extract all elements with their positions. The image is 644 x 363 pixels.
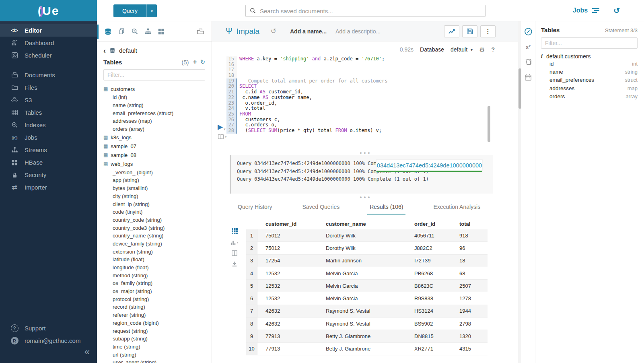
collapse-sidebar-button[interactable]: « xyxy=(84,346,90,357)
column-row[interactable]: name string xyxy=(541,68,638,76)
info-icon[interactable]: i xyxy=(541,53,543,60)
column-row[interactable]: id int xyxy=(541,60,638,68)
table-row[interactable]: 2 75012 Dorothy Wilk J882C2 96 xyxy=(246,242,488,254)
tree-item[interactable]: ▦ app (string) xyxy=(103,176,212,184)
tree-item[interactable]: ▦ code (tinyint) xyxy=(103,208,212,216)
sidebar-item-tables[interactable]: Tables xyxy=(0,106,97,119)
table-row[interactable]: 1 75012 Dorothy Wilk 4056711 918 xyxy=(246,229,488,242)
tree-item[interactable]: ▦ latitude (float) xyxy=(103,256,212,264)
active-table-row[interactable]: i default.customers xyxy=(541,53,638,60)
tree-item[interactable]: ▦ city (string) xyxy=(103,192,212,200)
tree-item[interactable]: ▦ name (string) xyxy=(103,101,212,109)
execute-options-caret[interactable]: ▾ xyxy=(224,127,226,131)
tree-item[interactable]: ▦ web_logs xyxy=(103,159,212,168)
language-reference-icon[interactable] xyxy=(525,58,532,66)
tab-saved-queries[interactable]: Saved Queries xyxy=(300,201,342,214)
table-row[interactable]: 9 77913 Betty J. Giambrone DN8815 1320 xyxy=(246,330,488,342)
tree-item[interactable]: ▦ client_ip (string) xyxy=(103,200,212,208)
tree-item[interactable]: ▦ referer (string) xyxy=(103,311,212,319)
presentation-mode-button[interactable]: ▾ xyxy=(218,134,227,139)
query-description-field[interactable]: Add a descriptio... xyxy=(335,28,381,35)
new-query-button[interactable]: Query ▾ xyxy=(113,4,157,17)
tree-item[interactable]: ▦ country_code3 (string) xyxy=(103,224,212,232)
settings-gear-icon[interactable]: ⚙ xyxy=(479,46,485,54)
tree-item[interactable]: ▦ method (string) xyxy=(103,271,212,279)
tree-item[interactable]: ▦ extension (string) xyxy=(103,248,212,256)
tree-item[interactable]: ▦ region_code (bigint) xyxy=(103,319,212,327)
sidebar-item-indexes[interactable]: Indexes xyxy=(0,119,97,131)
column-header-customer-id[interactable]: customer_id xyxy=(257,221,318,227)
apps-grid-assist-icon[interactable] xyxy=(158,28,165,35)
resize-handle-bottom[interactable]: ● ● ● xyxy=(212,195,518,199)
tree-item[interactable]: ▦ record (string) xyxy=(103,303,212,311)
sidebar-item-importer[interactable]: ⇄ Importer xyxy=(0,181,97,194)
sidebar-item-hbase[interactable]: HBase xyxy=(0,156,97,169)
database-caret-icon[interactable]: ▾ xyxy=(471,47,473,52)
tree-item[interactable]: ▦ sample_07 xyxy=(103,142,212,151)
page-scrollbar-thumb[interactable] xyxy=(518,68,521,109)
hue-logo[interactable]: ()Ue xyxy=(0,0,97,21)
scheduler-assist-icon[interactable] xyxy=(525,74,532,81)
tree-item[interactable]: ▦ addresses (map) xyxy=(103,117,212,125)
documents-assist-icon[interactable] xyxy=(118,28,125,35)
tree-item[interactable]: ▦ sample_08 xyxy=(103,151,212,159)
tree-item[interactable]: ▦ country_name (string) xyxy=(103,232,212,240)
sidebar-item-jobs[interactable]: ((•)) Jobs xyxy=(0,131,97,144)
sidebar-item-documents[interactable]: Documents xyxy=(0,69,97,81)
tree-item[interactable]: ▦ url (string) xyxy=(103,351,212,359)
tree-item[interactable]: ▦ os_family (string) xyxy=(103,279,212,287)
sidebar-item-files[interactable]: Files xyxy=(0,81,97,94)
query-dropdown-caret[interactable]: ▾ xyxy=(146,4,157,17)
tree-item[interactable]: ▦ time (string) xyxy=(103,343,212,351)
database-assist-icon[interactable] xyxy=(104,28,112,35)
execute-query-button[interactable]: ▶▾ xyxy=(218,123,226,131)
tree-item[interactable]: ▦ subapp (string) xyxy=(103,335,212,343)
tree-item[interactable]: ▦ country_code (string) xyxy=(103,216,212,224)
presentation-caret[interactable]: ▾ xyxy=(225,135,227,139)
sql-code-editor[interactable]: 15WHERE a.key = 'shipping' and a.zip_cod… xyxy=(226,56,514,134)
column-row[interactable]: addresses map xyxy=(541,84,638,92)
tree-item[interactable]: ▦ request (string) xyxy=(103,327,212,335)
tab-results[interactable]: Results (106) xyxy=(367,201,405,214)
back-chevron-icon[interactable]: ‹ xyxy=(103,48,106,53)
right-panel-filter-input[interactable]: Filter... xyxy=(541,37,638,49)
column-row[interactable]: email_preferences struct xyxy=(541,76,638,84)
tree-item[interactable]: ▦ orders (array) xyxy=(103,125,212,133)
query-name-field[interactable]: Add a name... xyxy=(290,28,327,35)
table-row[interactable]: 8 42632 Raymond S. Vestal BS5902 2798 xyxy=(246,318,488,330)
tree-item[interactable]: ▦ longitude (float) xyxy=(103,264,212,272)
editor-scrollbar-thumb[interactable] xyxy=(488,106,490,142)
tree-item[interactable]: ▦ email_preferences (struct) xyxy=(103,109,212,117)
resize-handle-top[interactable]: ● ● ● xyxy=(212,151,518,155)
tree-item[interactable]: ▦ device_family (string) xyxy=(103,240,212,248)
zoom-assist-icon[interactable] xyxy=(131,28,138,35)
chart-button[interactable] xyxy=(444,25,459,37)
chart-view-icon[interactable]: ▾ xyxy=(230,239,238,245)
tab-execution-analysis[interactable]: Execution Analysis xyxy=(431,201,483,214)
jobs-link[interactable]: Jobs xyxy=(573,7,588,14)
column-row[interactable]: orders array xyxy=(541,92,638,100)
tab-query-history[interactable]: Query History xyxy=(235,201,275,214)
active-table-name[interactable]: default.customers xyxy=(546,53,591,60)
table-row[interactable]: 5 12532 Melvin Garcia B8623C 2507 xyxy=(246,280,488,292)
grid-view-icon[interactable] xyxy=(232,228,238,234)
tree-item[interactable]: ▦ protocol (string) xyxy=(103,295,212,303)
tree-item[interactable]: ▦ os_major (string) xyxy=(103,287,212,295)
tree-item[interactable]: ▦ bytes (smallint) xyxy=(103,184,212,192)
tables-filter-input[interactable]: Filter... xyxy=(103,69,205,80)
tree-item[interactable]: ▦ customers xyxy=(103,85,212,93)
jobs-list-icon[interactable] xyxy=(592,7,600,14)
table-row[interactable]: 6 12532 Melvin Garcia R9S838 1278 xyxy=(246,292,488,305)
sidebar-item-security[interactable]: Security xyxy=(0,169,97,181)
more-options-button[interactable]: ⋮ xyxy=(480,25,496,37)
save-button[interactable] xyxy=(462,25,477,37)
table-row[interactable]: 3 17254 Martin Johnson I72T39 18 xyxy=(246,255,488,267)
database-name[interactable]: default xyxy=(119,47,137,54)
sidebar-item-streams[interactable]: Streams xyxy=(0,144,97,156)
tree-item[interactable]: ▦ user_agent (string) xyxy=(103,359,212,363)
functions-icon[interactable]: x² xyxy=(526,44,531,50)
undo-icon[interactable]: ↺ xyxy=(271,27,276,35)
sidebar-item-scheduler[interactable]: Scheduler xyxy=(0,49,97,62)
sidebar-item-dashboard[interactable]: Dashboard xyxy=(0,37,97,49)
column-header-total[interactable]: total xyxy=(451,221,488,227)
